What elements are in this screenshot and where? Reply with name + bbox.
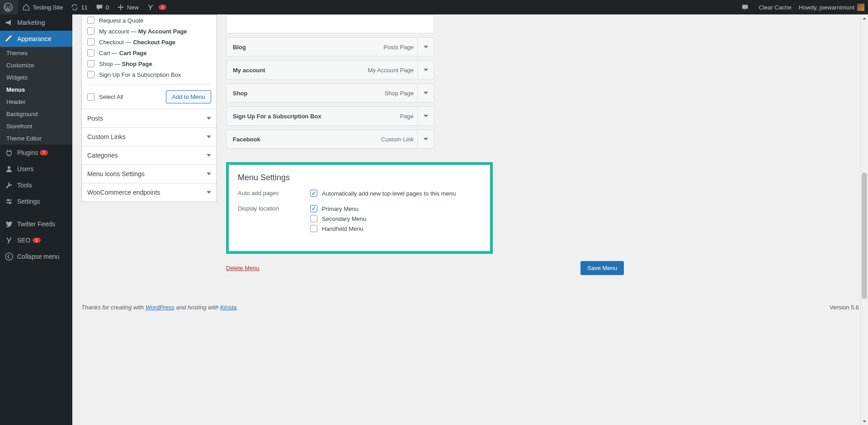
comments-link[interactable]: 0 (91, 0, 113, 14)
select-all-checkbox[interactable] (87, 93, 94, 101)
accordion-woo[interactable]: WooCommerce endpoints (82, 183, 217, 201)
menu-item-toggle[interactable] (417, 61, 434, 79)
home-icon (22, 3, 31, 12)
save-menu-button[interactable]: Save Menu (580, 261, 624, 275)
delete-menu-link[interactable]: Delete Menu (226, 265, 259, 271)
plugin-icon (5, 148, 14, 157)
accordion-menu-icons[interactable]: Menu Icons Settings (82, 164, 217, 183)
menu-structure-item[interactable]: BlogPosts Page (226, 37, 434, 56)
site-name: Testing Site (33, 4, 63, 11)
sidebar-item-settings[interactable]: Settings (0, 193, 72, 210)
seo-badge: 3 (33, 238, 41, 243)
page-checkbox[interactable] (87, 38, 94, 46)
menu-structure-item[interactable]: ShopShop Page (226, 84, 434, 103)
accordion-custom-links[interactable]: Custom Links (82, 127, 217, 146)
kinsta-link[interactable]: Kinsta (220, 304, 236, 311)
menu-structure-item[interactable] (226, 14, 434, 33)
sidebar-item-tools[interactable]: Tools (0, 177, 72, 193)
admin-bar: Testing Site 11 0 New 3 Clear Cache Howd… (0, 0, 868, 14)
page-checkbox-row[interactable]: Cart — Cart Page (87, 47, 211, 58)
primary-checkbox[interactable] (310, 205, 317, 212)
marketing-label: Marketing (17, 19, 45, 26)
pages-metabox: Request a QuoteMy account — My Account P… (81, 14, 217, 202)
page-label: Shop — Shop Page (99, 61, 152, 67)
yoast-link[interactable]: 3 (142, 0, 170, 14)
account-link[interactable]: Howdy, joewarnimont (795, 0, 868, 14)
location-primary-row[interactable]: Primary Menu (310, 205, 366, 212)
menu-settings-panel: Menu Settings Auto add pages Automatical… (226, 162, 493, 254)
sidebar-item-appearance[interactable]: Appearance (0, 31, 72, 47)
menu-item-toggle[interactable] (417, 130, 434, 148)
sidebar-item-plugins[interactable]: Plugins7 (0, 145, 72, 161)
page-checkbox-row[interactable]: Sign Up For a Subscription Box (87, 69, 211, 80)
menu-item-toggle[interactable] (417, 107, 434, 125)
wp-logo[interactable] (0, 0, 18, 14)
menu-item-type: Page (400, 113, 417, 120)
submenu-menus[interactable]: Menus (0, 84, 72, 96)
accordion-categories[interactable]: Categories (82, 146, 217, 164)
footer-thanks: Thanks for creating with WordPress and h… (81, 304, 238, 311)
select-all-row[interactable]: Select All (87, 92, 123, 103)
submenu-customize[interactable]: Customize (0, 59, 72, 71)
user-avatar (857, 4, 864, 11)
chevron-down-icon (207, 135, 211, 138)
auto-add-checkbox-row[interactable]: Automatically add new top-level pages to… (310, 190, 456, 197)
yoast-icon (146, 3, 155, 12)
page-checkbox-row[interactable]: Request a Quote (87, 15, 211, 26)
submenu-themes[interactable]: Themes (0, 47, 72, 59)
submenu-theme-editor[interactable]: Theme Editor (0, 132, 72, 145)
menu-item-toggle[interactable] (417, 84, 434, 102)
accordion-posts[interactable]: Posts (82, 109, 217, 127)
svg-point-7 (5, 253, 13, 260)
chevron-down-icon (424, 115, 428, 117)
auto-add-checkbox[interactable] (310, 190, 317, 197)
location-secondary-row[interactable]: Secondary Menu (310, 215, 366, 222)
display-location-label: Display location (238, 205, 310, 235)
sidebar-item-users[interactable]: Users (0, 161, 72, 177)
page-checkbox[interactable] (87, 17, 94, 24)
menu-structure-item[interactable]: Sign Up For a Subscription BoxPage (226, 107, 434, 126)
settings-label: Settings (17, 198, 40, 205)
scroll-up-arrow[interactable] (861, 14, 868, 22)
location-handheld-row[interactable]: Handheld Menu (310, 225, 366, 232)
page-checkbox-row[interactable]: My account — My Account Page (87, 26, 211, 37)
scrollbar[interactable] (860, 14, 868, 425)
page-checkbox[interactable] (87, 60, 94, 67)
updates-link[interactable]: 11 (66, 0, 91, 14)
tools-icon (5, 181, 14, 190)
add-to-menu-button[interactable]: Add to Menu (166, 90, 211, 103)
secondary-checkbox[interactable] (310, 215, 317, 222)
users-label: Users (17, 165, 34, 173)
chevron-down-icon (424, 92, 428, 94)
update-icon (70, 3, 79, 12)
menu-structure-item[interactable]: My accountMy Account Page (226, 61, 434, 79)
howdy-text: Howdy, joewarnimont (799, 4, 854, 11)
sidebar-item-marketing[interactable]: Marketing (0, 14, 72, 31)
clear-cache-link[interactable]: Clear Cache (755, 0, 795, 14)
page-checkbox[interactable] (87, 28, 94, 35)
submenu-background[interactable]: Background (0, 108, 72, 120)
handheld-checkbox[interactable] (310, 225, 317, 232)
plugins-label: Plugins (17, 149, 38, 156)
page-checkbox[interactable] (87, 71, 94, 78)
notifications-link[interactable] (737, 0, 755, 14)
new-content-link[interactable]: New (113, 0, 142, 14)
page-checkbox-row[interactable]: Shop — Shop Page (87, 58, 211, 69)
page-checkbox-row[interactable]: Checkout — Checkout Page (87, 37, 211, 47)
submenu-widgets[interactable]: Widgets (0, 71, 72, 84)
sidebar-collapse[interactable]: Collapse menu (0, 248, 72, 265)
wordpress-link[interactable]: WordPress (146, 304, 175, 311)
menu-structure-item[interactable]: FacebookCustom Link (226, 130, 434, 149)
menu-item-toggle[interactable] (417, 38, 434, 56)
submenu-storefront[interactable]: Storefront (0, 120, 72, 132)
admin-footer: Thanks for creating with WordPress and h… (81, 295, 859, 315)
sidebar-item-twitter[interactable]: Twitter Feeds (0, 216, 72, 232)
wordpress-icon (4, 3, 13, 12)
scrollbar-thumb[interactable] (862, 173, 867, 299)
page-checkbox[interactable] (87, 49, 94, 56)
menu-item-type: My Account Page (368, 67, 417, 74)
sidebar-item-seo[interactable]: SEO3 (0, 232, 72, 248)
submenu-header[interactable]: Header (0, 96, 72, 108)
scroll-down-arrow[interactable] (861, 417, 868, 425)
site-name-link[interactable]: Testing Site (18, 0, 66, 14)
